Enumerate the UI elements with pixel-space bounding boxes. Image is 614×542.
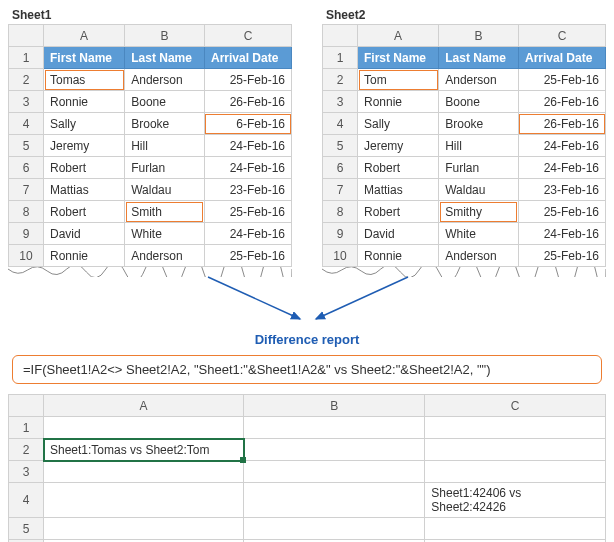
cell[interactable]: Ronnie <box>358 91 439 113</box>
cell[interactable]: 24-Feb-16 <box>204 135 291 157</box>
cell[interactable]: 25-Feb-16 <box>204 69 291 91</box>
cell[interactable]: Anderson <box>125 69 205 91</box>
col-header[interactable]: C <box>204 25 291 47</box>
cell[interactable]: 24-Feb-16 <box>204 157 291 179</box>
cell[interactable]: Last Name <box>439 47 519 69</box>
col-header[interactable]: B <box>439 25 519 47</box>
cell[interactable]: 25-Feb-16 <box>518 245 605 267</box>
corner-cell[interactable] <box>9 25 44 47</box>
cell[interactable]: 23-Feb-16 <box>204 179 291 201</box>
cell[interactable]: Smithy <box>439 201 519 223</box>
col-header[interactable]: A <box>44 25 125 47</box>
cell[interactable] <box>44 483 244 518</box>
cell[interactable]: Robert <box>358 201 439 223</box>
cell[interactable]: 6-Feb-16 <box>204 113 291 135</box>
cell[interactable]: Boone <box>125 91 205 113</box>
row-header[interactable]: 7 <box>323 179 358 201</box>
cell[interactable]: White <box>439 223 519 245</box>
cell[interactable]: Hill <box>439 135 519 157</box>
cell[interactable]: Robert <box>44 201 125 223</box>
corner-cell[interactable] <box>323 25 358 47</box>
cell[interactable] <box>425 417 606 439</box>
col-header[interactable]: C <box>425 395 606 417</box>
row-header[interactable]: 1 <box>323 47 358 69</box>
cell[interactable] <box>244 518 425 540</box>
row-header[interactable]: 4 <box>9 483 44 518</box>
cell[interactable]: Anderson <box>439 245 519 267</box>
cell[interactable]: Arrival Date <box>518 47 605 69</box>
row-header[interactable]: 9 <box>323 223 358 245</box>
row-header[interactable]: 6 <box>323 157 358 179</box>
col-header[interactable]: C <box>518 25 605 47</box>
cell[interactable] <box>44 518 244 540</box>
cell[interactable]: Robert <box>44 157 125 179</box>
row-header[interactable]: 1 <box>9 417 44 439</box>
row-header[interactable]: 1 <box>9 47 44 69</box>
cell[interactable]: 26-Feb-16 <box>204 91 291 113</box>
cell[interactable]: Furlan <box>125 157 205 179</box>
cell[interactable]: Anderson <box>439 69 519 91</box>
cell[interactable]: 25-Feb-16 <box>204 245 291 267</box>
cell[interactable] <box>425 518 606 540</box>
row-header[interactable]: 7 <box>9 179 44 201</box>
cell[interactable]: Boone <box>439 91 519 113</box>
cell[interactable] <box>244 483 425 518</box>
row-header[interactable]: 10 <box>323 245 358 267</box>
cell[interactable]: 25-Feb-16 <box>518 69 605 91</box>
cell[interactable]: 26-Feb-16 <box>518 91 605 113</box>
row-header[interactable]: 2 <box>9 439 44 461</box>
cell[interactable]: 24-Feb-16 <box>204 223 291 245</box>
cell[interactable]: Smith <box>125 201 205 223</box>
cell[interactable]: Brooke <box>439 113 519 135</box>
row-header[interactable]: 10 <box>9 245 44 267</box>
col-header[interactable]: A <box>358 25 439 47</box>
row-header[interactable]: 8 <box>9 201 44 223</box>
col-header[interactable]: B <box>125 25 205 47</box>
cell[interactable]: Last Name <box>125 47 205 69</box>
cell[interactable] <box>44 417 244 439</box>
cell[interactable]: Robert <box>358 157 439 179</box>
cell[interactable] <box>44 461 244 483</box>
cell[interactable]: Mattias <box>358 179 439 201</box>
row-header[interactable]: 3 <box>323 91 358 113</box>
cell[interactable]: Jeremy <box>44 135 125 157</box>
cell[interactable]: Ronnie <box>44 91 125 113</box>
cell[interactable]: Anderson <box>125 245 205 267</box>
row-header[interactable]: 5 <box>9 518 44 540</box>
cell[interactable]: Sally <box>358 113 439 135</box>
cell[interactable]: 26-Feb-16 <box>518 113 605 135</box>
cell[interactable]: 25-Feb-16 <box>204 201 291 223</box>
cell[interactable]: 23-Feb-16 <box>518 179 605 201</box>
row-header[interactable]: 5 <box>9 135 44 157</box>
cell[interactable]: 24-Feb-16 <box>518 157 605 179</box>
cell[interactable]: 25-Feb-16 <box>518 201 605 223</box>
row-header[interactable]: 8 <box>323 201 358 223</box>
cell[interactable]: 24-Feb-16 <box>518 135 605 157</box>
row-header[interactable]: 5 <box>323 135 358 157</box>
cell[interactable]: David <box>44 223 125 245</box>
row-header[interactable]: 2 <box>9 69 44 91</box>
cell[interactable]: 24-Feb-16 <box>518 223 605 245</box>
col-header[interactable]: B <box>244 395 425 417</box>
cell[interactable] <box>425 439 606 461</box>
col-header[interactable]: A <box>44 395 244 417</box>
row-header[interactable]: 4 <box>323 113 358 135</box>
cell[interactable]: Brooke <box>125 113 205 135</box>
cell[interactable]: Hill <box>125 135 205 157</box>
row-header[interactable]: 3 <box>9 461 44 483</box>
row-header[interactable]: 3 <box>9 91 44 113</box>
row-header[interactable]: 2 <box>323 69 358 91</box>
cell[interactable] <box>244 439 425 461</box>
cell[interactable]: Furlan <box>439 157 519 179</box>
cell[interactable]: David <box>358 223 439 245</box>
cell[interactable]: First Name <box>44 47 125 69</box>
corner-cell[interactable] <box>9 395 44 417</box>
cell[interactable]: First Name <box>358 47 439 69</box>
row-header[interactable]: 9 <box>9 223 44 245</box>
cell[interactable]: Ronnie <box>44 245 125 267</box>
cell[interactable] <box>425 461 606 483</box>
row-header[interactable]: 4 <box>9 113 44 135</box>
cell[interactable]: Waldau <box>439 179 519 201</box>
cell[interactable]: Mattias <box>44 179 125 201</box>
cell[interactable]: Tom <box>358 69 439 91</box>
